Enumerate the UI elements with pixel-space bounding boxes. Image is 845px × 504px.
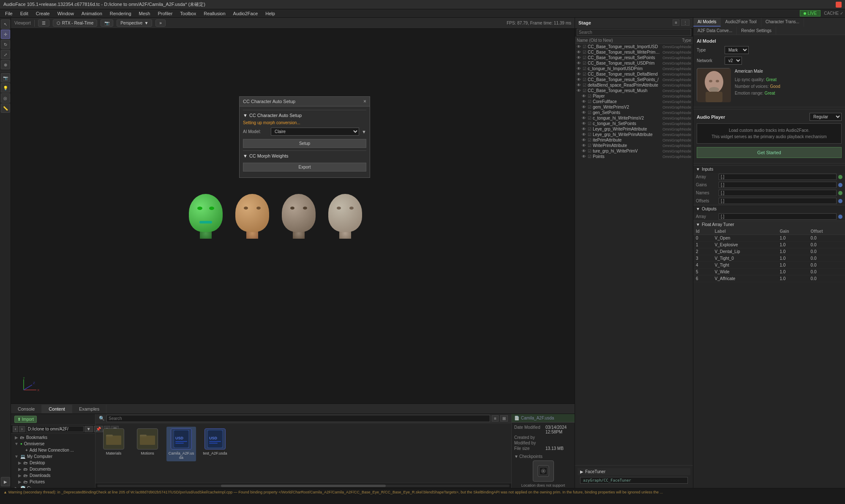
file-test-a2f[interactable]: USD test_A2F.usda	[200, 427, 230, 457]
tab-content[interactable]: Content	[42, 405, 72, 413]
table-row[interactable]: 1 V_Explosive 1.0 0.0	[693, 242, 845, 248]
setup-btn[interactable]: Setup	[243, 139, 366, 148]
table-row[interactable]: 5 V_Wide 1.0 0.0	[693, 269, 845, 275]
names-input[interactable]	[719, 190, 837, 196]
scale-tool[interactable]: ⤢	[1, 50, 10, 59]
stage-node-coreff[interactable]: 👁 ☑ CoreFullface OmniGraphNode	[575, 99, 693, 104]
offsets-input[interactable]	[719, 198, 837, 204]
menu-reallusion[interactable]: Reallusion	[200, 10, 229, 17]
menu-edit[interactable]: Edit	[17, 10, 32, 17]
cc-dialog-header[interactable]: CC Character Auto Setup ×	[240, 97, 370, 106]
camera-tool[interactable]: 📷	[1, 73, 10, 82]
tree-downloads[interactable]: ▶ 🗁 Downloads	[11, 472, 95, 479]
cc-section1-header[interactable]: ▼ CC Character Auto Setup	[243, 113, 366, 118]
tree-c-drive[interactable]: ▶ 💽 C:	[11, 485, 95, 488]
stage-node-ite[interactable]: 👁 ☑ itePrimAttribute OmniGraphNode	[575, 137, 693, 143]
content-search-input[interactable]	[106, 415, 490, 422]
fat-header[interactable]: ▼ Float Array Tuner	[693, 221, 845, 228]
transform-tool[interactable]: ⊕	[1, 60, 10, 69]
menu-animation[interactable]: Animation	[78, 10, 106, 17]
file-camila-a2f[interactable]: USD Camila_A2F.usda	[166, 427, 196, 461]
back-btn[interactable]: ‹	[13, 426, 18, 432]
cc-section2-header[interactable]: ▼ CC Morph Weights	[243, 153, 366, 158]
table-row[interactable]: 3 V_Tight_0 1.0 0.0	[693, 255, 845, 262]
stage-node-1[interactable]: 👁 ☑ CC_Base_Tongue_result_WritePrimsV2 O…	[575, 49, 693, 55]
tab-ai-models[interactable]: AI Models	[693, 18, 721, 27]
viewport-extra-btn[interactable]: »	[155, 19, 166, 27]
light-tool[interactable]: 💡	[1, 83, 10, 93]
stage-node-points[interactable]: 👁 ☑ Points OmniGraphNode	[575, 154, 693, 159]
table-row[interactable]: 6 V_Affricate 1.0 0.0	[693, 275, 845, 282]
perspective-btn[interactable]: Perspective ▼	[117, 19, 152, 27]
tab-render-settings[interactable]: Render Settings	[737, 27, 776, 35]
file-materials[interactable]: Materials	[99, 427, 128, 457]
tab-character-trans[interactable]: Character Trans...	[761, 18, 804, 27]
menu-create[interactable]: Create	[33, 10, 53, 17]
stage-options-btn[interactable]: ⋮	[681, 19, 690, 26]
import-btn[interactable]: ⬆ Import	[14, 416, 37, 423]
stage-node-genset[interactable]: 👁 ☑ gen_SetPoints OmniGraphNode	[575, 110, 693, 115]
gains-input[interactable]	[719, 182, 837, 188]
rtx-btn[interactable]: ⬡ RTX - Real-Time	[53, 19, 97, 27]
close-button[interactable]	[836, 2, 842, 8]
menu-window[interactable]: Window	[54, 10, 77, 17]
stage-node-ture[interactable]: 👁 ☑ ture_grp_hi_WritePrimV OmniGraphNode	[575, 148, 693, 154]
ai-model-select[interactable]: Claire Mark	[271, 128, 359, 136]
physics-tool[interactable]: ◎	[1, 93, 10, 103]
browse-btn[interactable]: ▼	[84, 426, 93, 432]
select-tool[interactable]: ↖	[1, 19, 10, 29]
file-motions[interactable]: Motions	[133, 427, 162, 457]
stage-node-write[interactable]: 👁 ☑ WritePrimAttribute OmniGraphNode	[575, 143, 693, 148]
tab-examples[interactable]: Examples	[72, 405, 106, 413]
stage-node-5[interactable]: 👁 ☑ CC_Base_Tongue_result_DeltaBlend Omn…	[575, 71, 693, 77]
stage-filter-btn[interactable]: ≡	[673, 19, 679, 26]
stage-node-3[interactable]: 👁 ☑ CC_Base_Tongue_result_USDPrim OmniGr…	[575, 60, 693, 66]
tree-bookmarks[interactable]: ▶ 🗁 Bookmarks	[11, 434, 95, 441]
forward-btn[interactable]: ›	[19, 426, 25, 432]
get-started-btn[interactable]: Get Started	[697, 147, 842, 158]
stage-node-ctongue[interactable]: 👁 ☑ c_tongue_hi_WritePrimsV2 OmniGraphNo…	[575, 115, 693, 121]
tab-audio2face-tool[interactable]: Audio2Face Tool	[721, 18, 761, 27]
stage-node-2[interactable]: 👁 ☑ CC_Base_Tongue_result_SetPoints Omni…	[575, 55, 693, 60]
menu-mesh[interactable]: Mesh	[136, 10, 154, 17]
measure-tool[interactable]: 📏	[1, 104, 10, 113]
stage-node-ctongue2[interactable]: 👁 ☑ c_tongue_hi_SetPoints OmniGraphNode	[575, 121, 693, 126]
menu-audio2face[interactable]: Audio2Face	[230, 10, 262, 17]
stage-node-0[interactable]: 👁 ☑ CC_Base_Tongue_result_ImportUSD Omni…	[575, 44, 693, 49]
tree-desktop[interactable]: ▶ 🗁 Desktop	[11, 460, 95, 466]
tree-omniverse[interactable]: ▼ ● Omniverse	[11, 441, 95, 447]
inputs-section-header[interactable]: ▼ Inputs	[693, 165, 845, 173]
export-btn[interactable]: Export	[243, 163, 366, 172]
camera-indicator[interactable]: 📷	[101, 19, 113, 27]
stage-node-player[interactable]: 👁 ☑ Player OmniGraphNode	[575, 93, 693, 99]
play-btn[interactable]: ▶	[1, 477, 10, 486]
cc-dialog-close[interactable]: ×	[363, 98, 366, 104]
menu-profiler[interactable]: Profiler	[154, 10, 176, 17]
table-row[interactable]: 0 V_Open 1.0 0.0	[693, 235, 845, 242]
stage-node-4[interactable]: 👁 ☑ c_tongue_hi_ImportUSDPrim OmniGraphN…	[575, 66, 693, 71]
tree-add-connection[interactable]: + Add New Connection ...	[11, 447, 95, 453]
tab-a2f-data[interactable]: A2F Data Conve...	[693, 27, 737, 35]
table-row[interactable]: 2 V_Dental_Lip 1.0 0.0	[693, 248, 845, 255]
stage-node-8[interactable]: 👁 ☑ CC_Base_Tongue_result_Mush OmniGraph…	[575, 88, 693, 93]
table-row[interactable]: 4 V_Tight 1.0 0.0	[693, 262, 845, 269]
tree-pictures[interactable]: ▶ 🗁 Pictures	[11, 479, 95, 485]
menu-rendering[interactable]: Rendering	[106, 10, 135, 17]
tree-documents[interactable]: ▶ 🗁 Documents	[11, 466, 95, 472]
menu-toolbox[interactable]: Toolbox	[177, 10, 199, 17]
move-tool[interactable]: ✛	[1, 30, 10, 39]
hscroll-thumb[interactable]	[221, 485, 386, 487]
stage-node-gem[interactable]: 👁 ☑ gem_WritePrimsV2 OmniGraphNode	[575, 104, 693, 110]
path-input[interactable]	[26, 426, 84, 432]
menu-file[interactable]: File	[2, 10, 16, 17]
rotate-tool[interactable]: ↻	[1, 40, 10, 49]
model-type-select[interactable]: Mark Claire	[725, 46, 749, 54]
stage-node-7[interactable]: 👁 ☑ deltaBlend_space_ReadPrimAttribute O…	[575, 82, 693, 88]
viewport-options-btn[interactable]: ☰	[38, 19, 49, 27]
stage-search-input[interactable]	[577, 29, 691, 36]
network-select[interactable]: v2 v1	[725, 57, 742, 65]
viewport-3d[interactable]: X Y Z CC Character Auto Setup × ▼ CC Cha…	[11, 29, 575, 403]
out-array-input[interactable]	[719, 213, 837, 220]
tuner-section-header[interactable]: ▶ FaceTuner	[578, 468, 690, 475]
outputs-section-header[interactable]: ▼ Outputs	[693, 205, 845, 212]
